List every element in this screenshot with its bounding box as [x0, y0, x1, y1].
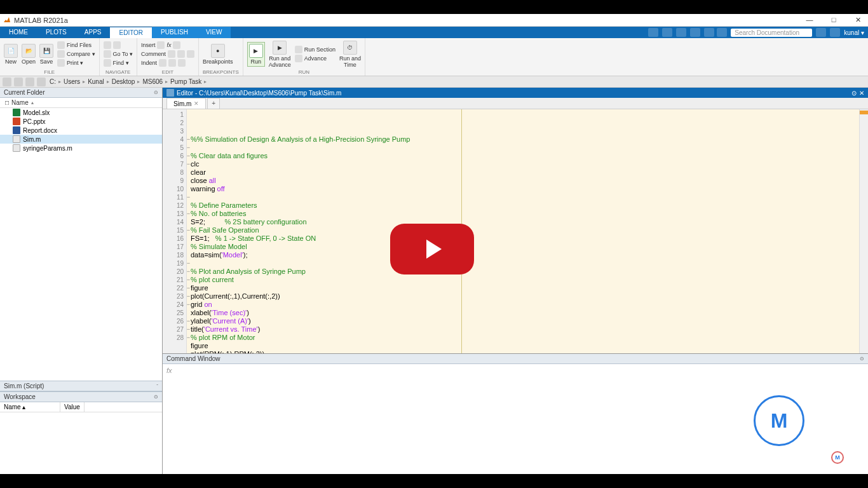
editor-dock-icon[interactable]: ⊙ — [851, 90, 857, 97]
line-number[interactable]: 20 — [165, 268, 184, 276]
breadcrumb-segment[interactable]: Pump Task — [169, 78, 203, 85]
youtube-play-button[interactable] — [390, 224, 474, 274]
code-line[interactable] — [191, 193, 855, 201]
line-number[interactable]: 15 — [165, 226, 184, 234]
help-icon[interactable] — [704, 28, 714, 37]
line-number[interactable]: 26 — [165, 317, 184, 325]
advance-button[interactable]: Advance — [295, 55, 336, 62]
code-line[interactable]: ylabel('Current (A)') — [191, 317, 855, 325]
minimize-button[interactable]: — — [802, 16, 817, 24]
line-number[interactable]: 16 — [165, 234, 184, 243]
file-item[interactable]: Model.slx — [0, 108, 162, 117]
code-line[interactable]: % Plot and Analysis of Syringe Pump — [191, 268, 855, 276]
line-number[interactable]: 27 — [165, 325, 184, 334]
comment-button[interactable]: Comment — [141, 50, 194, 58]
ws-name-header[interactable]: Name ▴ — [0, 402, 60, 412]
code-line[interactable]: grid on — [191, 301, 855, 309]
line-number[interactable]: 4 — [165, 135, 184, 144]
code-line[interactable] — [191, 144, 855, 152]
goto-button[interactable]: Go To ▾ — [104, 50, 133, 58]
nav-arrows[interactable] — [104, 41, 133, 49]
line-number[interactable]: 21 — [165, 276, 184, 284]
code-line[interactable]: plot(RPM(:,1),RPM(:,2)) — [191, 350, 855, 353]
open-button[interactable]: 📂Open — [22, 44, 36, 65]
file-item[interactable]: syringeParams.m — [0, 144, 162, 152]
cf-name-header[interactable]: □ Name ▴ — [0, 98, 162, 108]
line-number[interactable]: 12 — [165, 201, 184, 210]
line-number[interactable]: 3 — [165, 127, 184, 135]
run-time-button[interactable]: ⏱Run and Time — [339, 41, 361, 68]
editor-close-icon[interactable]: ✕ — [859, 90, 864, 97]
insert-dropdown-icon[interactable] — [173, 41, 180, 49]
compare-button[interactable]: Compare ▾ — [57, 50, 95, 58]
editor-tab-active[interactable]: Sim.m ✕ — [166, 98, 206, 109]
forward-icon[interactable] — [14, 78, 23, 86]
code-line[interactable]: S=2; % 2S battery configuration — [191, 218, 855, 226]
ws-value-header[interactable]: Value — [60, 402, 85, 412]
code-area[interactable]: %% Simulation of Design & Analysis of a … — [187, 109, 859, 353]
help-dropdown-icon[interactable] — [717, 28, 727, 37]
code-line[interactable]: % No. of batteries — [191, 210, 855, 218]
qa-icon[interactable] — [648, 28, 658, 37]
find-button[interactable]: Find ▾ — [104, 59, 133, 67]
code-line[interactable] — [191, 259, 855, 268]
channel-watermark-small[interactable]: M — [831, 451, 844, 464]
code-line[interactable]: % Clear data and figures — [191, 152, 855, 160]
print-button[interactable]: Print ▾ — [57, 59, 95, 67]
line-number[interactable]: 25 — [165, 309, 184, 317]
file-item[interactable]: Report.docx — [0, 126, 162, 135]
code-line[interactable]: % Fail Safe Operation — [191, 226, 855, 234]
code-line[interactable]: % Simulate Model — [191, 243, 855, 251]
line-number[interactable]: 2 — [165, 119, 184, 127]
line-number[interactable]: 10 — [165, 185, 184, 193]
indent-button[interactable]: Indent — [141, 59, 194, 67]
up-folder-icon[interactable] — [25, 78, 34, 86]
maximize-button[interactable]: □ — [826, 16, 841, 24]
panel-menu-icon[interactable]: ⊙ — [154, 90, 158, 95]
workspace-header[interactable]: Workspace ⊙ — [0, 392, 162, 402]
search-input[interactable]: Search Documentation — [731, 29, 812, 37]
qa-icon[interactable] — [690, 28, 700, 37]
code-line[interactable]: xlabel('Time (sec)') — [191, 309, 855, 317]
tab-view[interactable]: VIEW — [197, 27, 231, 38]
breadcrumb[interactable]: C:▸Users▸Kunal▸Desktop▸MS606▸Pump Task▸ — [48, 78, 207, 85]
tab-publish[interactable]: PUBLISH — [152, 27, 197, 38]
line-number[interactable]: 7 — [165, 160, 184, 168]
code-line[interactable]: clc — [191, 160, 855, 168]
user-menu[interactable]: kunal ▾ — [844, 29, 864, 36]
line-number[interactable]: 1 — [165, 111, 184, 119]
qa-icon[interactable] — [676, 28, 686, 37]
code-line[interactable]: close all — [191, 177, 855, 185]
panel-menu-icon[interactable]: ⊙ — [154, 394, 158, 400]
code-line[interactable]: warning off — [191, 185, 855, 193]
code-line[interactable]: FS=1; % 1 -> State OFF, 0 -> State ON — [191, 234, 855, 243]
code-line[interactable]: figure — [191, 342, 855, 350]
line-number[interactable]: 9 — [165, 177, 184, 185]
line-number[interactable]: 6 — [165, 152, 184, 160]
close-button[interactable]: ✕ — [850, 16, 865, 24]
breadcrumb-segment[interactable]: MS606 — [141, 78, 164, 85]
search-go-icon[interactable] — [816, 28, 826, 37]
line-number[interactable]: 24 — [165, 301, 184, 309]
code-line[interactable]: data=sim('Model'); — [191, 251, 855, 259]
code-line[interactable]: clear — [191, 168, 855, 177]
line-number[interactable]: 22 — [165, 284, 184, 292]
file-item[interactable]: Sim.m — [0, 135, 162, 144]
line-number[interactable]: 11 — [165, 193, 184, 201]
code-line[interactable]: % plot current — [191, 276, 855, 284]
line-number[interactable]: 14 — [165, 218, 184, 226]
code-line[interactable]: figure — [191, 284, 855, 292]
breadcrumb-segment[interactable]: Desktop — [111, 78, 137, 85]
code-line[interactable]: plot(Current(:,1),Current(:,2)) — [191, 292, 855, 301]
line-number[interactable]: 28 — [165, 334, 184, 342]
new-button[interactable]: 📄New — [4, 44, 18, 65]
run-button[interactable]: ▶Run — [247, 42, 265, 67]
find-files-button[interactable]: Find Files — [57, 41, 95, 49]
back-icon[interactable] — [3, 78, 11, 86]
run-advance-button[interactable]: ▶Run and Advance — [269, 41, 291, 68]
browse-folder-icon[interactable] — [37, 78, 46, 86]
tab-apps[interactable]: APPS — [76, 27, 111, 38]
qa-icon[interactable] — [662, 28, 672, 37]
current-folder-header[interactable]: Current Folder ⊙ — [0, 88, 162, 98]
breakpoints-button[interactable]: ●Breakpoints — [203, 44, 233, 65]
